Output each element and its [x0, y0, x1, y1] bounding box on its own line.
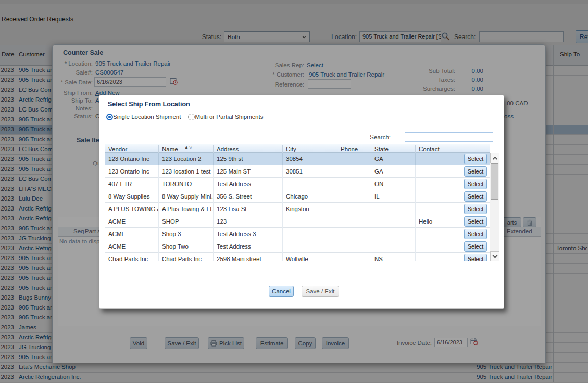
cell-vendor: 123 Ontario Inc	[105, 165, 159, 178]
cell-city: 30851	[283, 165, 337, 178]
cell-city: 30854	[283, 153, 337, 165]
cell-city	[283, 240, 337, 253]
scroll-up-button[interactable]	[490, 153, 499, 163]
scrollbar-thumb[interactable]	[491, 163, 498, 200]
vendor-column-header[interactable]: Vendor	[105, 145, 159, 153]
contact-column-header[interactable]: Contact	[416, 145, 459, 153]
cell-city	[283, 228, 337, 240]
cell-phone	[337, 228, 371, 240]
cell-state: GA	[371, 165, 416, 178]
scroll-down-button[interactable]	[490, 251, 499, 261]
single-location-radio[interactable]	[106, 114, 113, 120]
cell-vendor: ACME	[105, 228, 159, 240]
cell-address: 125 Main ST	[214, 165, 283, 178]
cell-phone	[337, 215, 371, 228]
modal-title: Select Ship From Location	[108, 101, 190, 108]
cell-name: SHOP	[159, 215, 214, 228]
cell-name: TORONTO	[159, 178, 214, 190]
cell-state	[371, 228, 416, 240]
cancel-button[interactable]: Cancel	[269, 286, 294, 297]
phone-column-header[interactable]: Phone	[337, 145, 371, 153]
cell-state	[371, 203, 416, 215]
cell-state	[371, 215, 416, 228]
cell-state: GA	[371, 153, 416, 165]
cell-city: Kingston	[283, 203, 337, 215]
vendor-row[interactable]: 123 Ontario Inc123 location 1 test125 Ma…	[105, 165, 490, 178]
vendor-row[interactable]: ACMESHOP123HelloSelect	[105, 215, 490, 228]
vendor-row[interactable]: 407 ETRTORONTOTest AddressONSelect	[105, 178, 490, 190]
cell-state	[371, 240, 416, 253]
cell-address: 123	[214, 215, 283, 228]
cell-phone	[337, 253, 371, 261]
cell-vendor: ACME	[105, 215, 159, 228]
vendor-row[interactable]: ACMEShop 3Test Address 3Select	[105, 228, 490, 240]
select-button[interactable]: Select	[464, 204, 487, 214]
cell-address: 123 Lisa St	[214, 203, 283, 215]
cell-vendor: 123 Ontario Inc	[105, 153, 159, 165]
cell-contact	[416, 153, 459, 165]
select-column-header	[459, 145, 490, 153]
select-button[interactable]: Select	[464, 154, 487, 164]
vendor-row[interactable]: 123 Ontario Inc123 Location 2125 9th st3…	[105, 153, 490, 165]
cell-contact	[416, 203, 459, 215]
select-button[interactable]: Select	[464, 229, 487, 239]
cell-address: 2598 Main street	[214, 253, 283, 261]
select-button[interactable]: Select	[464, 191, 487, 202]
cell-contact	[416, 178, 459, 190]
select-button[interactable]: Select	[464, 241, 487, 252]
cell-address: 356 S. Street	[214, 190, 283, 203]
multi-shipment-radio[interactable]	[188, 114, 195, 120]
vendor-row[interactable]: Chad Parts IncChad Parts Inc2598 Main st…	[105, 253, 490, 261]
modal-search-label: Search:	[366, 134, 391, 140]
city-column-header[interactable]: City	[283, 145, 337, 153]
select-button[interactable]: Select	[464, 166, 487, 177]
cell-address: Test Address	[214, 178, 283, 190]
vendor-row[interactable]: 8 Way Supplies8 Way Supply Mini...356 S.…	[105, 190, 490, 203]
cell-contact	[416, 165, 459, 178]
state-column-header[interactable]: State	[371, 145, 416, 153]
cell-vendor: A PLUS TOWING &...	[105, 203, 159, 215]
select-button[interactable]: Select	[464, 179, 487, 189]
cell-phone	[337, 178, 371, 190]
vendor-table-body: 123 Ontario Inc123 Location 2125 9th st3…	[105, 153, 490, 261]
cell-phone	[337, 165, 371, 178]
sort-icons[interactable]: ▲▽	[184, 145, 193, 150]
chevron-up-icon	[492, 156, 497, 162]
cell-name: Shop 3	[159, 228, 214, 240]
vendor-table-header: Vendor Name ▲▽ Address City Phone State …	[105, 144, 490, 153]
select-button[interactable]: Select	[464, 254, 487, 261]
modal-scrollbar[interactable]	[490, 153, 499, 261]
screen: Received Order Requests Status: Both Loc…	[0, 0, 588, 383]
modal-save-exit-button[interactable]: Save / Exit	[302, 286, 339, 297]
chevron-down-icon	[492, 253, 497, 258]
cell-contact	[416, 228, 459, 240]
cell-name: Chad Parts Inc	[159, 253, 214, 261]
cell-address: Test Address	[214, 240, 283, 253]
cell-city: Chicago	[283, 190, 337, 203]
vendor-row[interactable]: ACMEShop TwoTest AddressSelect	[105, 240, 490, 253]
shipment-type-radios: Single Location Shipment Multi or Partia…	[106, 113, 270, 121]
modal-search-input[interactable]	[405, 132, 493, 142]
cell-name: 8 Way Supply Mini...	[159, 190, 214, 203]
cell-vendor: 8 Way Supplies	[105, 190, 159, 203]
cell-phone	[337, 190, 371, 203]
cell-vendor: Chad Parts Inc	[105, 253, 159, 261]
cell-vendor: ACME	[105, 240, 159, 253]
cell-contact: Hello	[416, 215, 459, 228]
single-location-radio-label[interactable]: Single Location Shipment	[113, 114, 181, 120]
cell-phone	[337, 240, 371, 253]
cell-name: Shop Two	[159, 240, 214, 253]
address-column-header[interactable]: Address	[214, 145, 283, 153]
vendor-row[interactable]: A PLUS TOWING &...A Plus Towing & Fl...1…	[105, 203, 490, 215]
cell-address: Test Address 3	[214, 228, 283, 240]
multi-shipment-radio-label[interactable]: Multi or Partial Shipments	[195, 114, 263, 120]
cell-phone	[337, 203, 371, 215]
cell-city	[283, 178, 337, 190]
cell-state: IL	[371, 190, 416, 203]
cell-phone	[337, 153, 371, 165]
cell-name: 123 location 1 test	[159, 165, 214, 178]
cell-contact	[416, 253, 459, 261]
select-button[interactable]: Select	[464, 216, 487, 227]
cell-vendor: 407 ETR	[105, 178, 159, 190]
vendor-locations-container: Search: Vendor Name ▲▽ Address City Phon…	[105, 130, 499, 261]
